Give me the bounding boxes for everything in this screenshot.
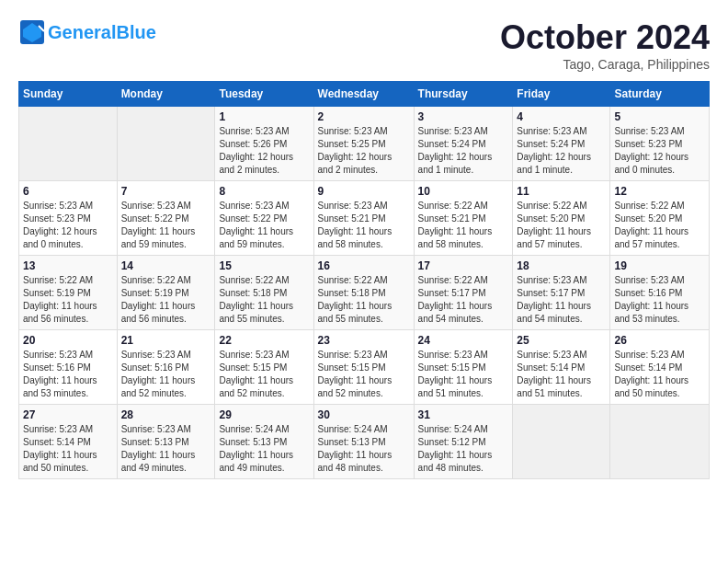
calendar-cell: 30Sunrise: 5:24 AM Sunset: 5:13 PM Dayli… — [313, 405, 414, 479]
calendar-cell: 14Sunrise: 5:22 AM Sunset: 5:19 PM Dayli… — [117, 256, 215, 330]
calendar-cell: 1Sunrise: 5:23 AM Sunset: 5:26 PM Daylig… — [215, 107, 313, 181]
logo-text: GeneralBlue — [48, 22, 156, 43]
logo: GeneralBlue — [18, 18, 156, 46]
day-number: 9 — [318, 185, 410, 198]
calendar-cell: 28Sunrise: 5:23 AM Sunset: 5:13 PM Dayli… — [117, 405, 215, 479]
day-number: 19 — [614, 259, 705, 272]
calendar-cell: 7Sunrise: 5:23 AM Sunset: 5:22 PM Daylig… — [117, 181, 215, 256]
calendar-cell: 19Sunrise: 5:23 AM Sunset: 5:16 PM Dayli… — [610, 256, 710, 330]
day-number: 24 — [418, 334, 509, 347]
day-number: 16 — [318, 259, 410, 272]
page-header: GeneralBlue October 2024 Tago, Caraga, P… — [18, 18, 710, 72]
calendar-cell — [117, 107, 215, 181]
day-number: 21 — [121, 334, 211, 347]
cell-info: Sunrise: 5:22 AM Sunset: 5:19 PM Dayligh… — [23, 274, 113, 326]
calendar-cell: 26Sunrise: 5:23 AM Sunset: 5:14 PM Dayli… — [610, 330, 710, 405]
logo-text-general: General — [48, 22, 116, 42]
cell-info: Sunrise: 5:23 AM Sunset: 5:23 PM Dayligh… — [23, 200, 113, 251]
location: Tago, Caraga, Philippines — [500, 57, 710, 72]
cell-info: Sunrise: 5:24 AM Sunset: 5:12 PM Dayligh… — [418, 423, 509, 475]
day-number: 4 — [517, 110, 606, 123]
day-number: 5 — [614, 110, 705, 123]
calendar-cell: 8Sunrise: 5:23 AM Sunset: 5:22 PM Daylig… — [215, 181, 313, 256]
calendar-cell — [513, 405, 610, 479]
day-number: 10 — [418, 185, 509, 198]
calendar-cell: 27Sunrise: 5:23 AM Sunset: 5:14 PM Dayli… — [19, 405, 118, 479]
day-number: 17 — [418, 259, 509, 272]
calendar-table: SundayMondayTuesdayWednesdayThursdayFrid… — [18, 81, 710, 479]
cell-info: Sunrise: 5:22 AM Sunset: 5:18 PM Dayligh… — [219, 274, 309, 326]
calendar-cell: 15Sunrise: 5:22 AM Sunset: 5:18 PM Dayli… — [215, 256, 313, 330]
day-number: 23 — [318, 334, 410, 347]
cell-info: Sunrise: 5:22 AM Sunset: 5:20 PM Dayligh… — [517, 200, 606, 251]
day-number: 31 — [418, 408, 509, 421]
cell-info: Sunrise: 5:23 AM Sunset: 5:23 PM Dayligh… — [614, 125, 705, 177]
cell-info: Sunrise: 5:23 AM Sunset: 5:13 PM Dayligh… — [121, 423, 211, 475]
cell-info: Sunrise: 5:23 AM Sunset: 5:14 PM Dayligh… — [614, 349, 705, 400]
calendar-cell: 4Sunrise: 5:23 AM Sunset: 5:24 PM Daylig… — [513, 107, 610, 181]
calendar-cell — [19, 107, 118, 181]
column-header-thursday: Thursday — [414, 82, 513, 107]
day-number: 14 — [121, 259, 211, 272]
day-number: 20 — [23, 334, 113, 347]
calendar-cell — [610, 405, 710, 479]
calendar-cell: 6Sunrise: 5:23 AM Sunset: 5:23 PM Daylig… — [19, 181, 118, 256]
cell-info: Sunrise: 5:22 AM Sunset: 5:19 PM Dayligh… — [121, 274, 211, 326]
calendar-cell: 12Sunrise: 5:22 AM Sunset: 5:20 PM Dayli… — [610, 181, 710, 256]
cell-info: Sunrise: 5:22 AM Sunset: 5:18 PM Dayligh… — [318, 274, 410, 326]
day-number: 26 — [614, 334, 705, 347]
day-number: 22 — [219, 334, 309, 347]
calendar-cell: 10Sunrise: 5:22 AM Sunset: 5:21 PM Dayli… — [414, 181, 513, 256]
calendar-week-row: 27Sunrise: 5:23 AM Sunset: 5:14 PM Dayli… — [19, 405, 710, 479]
cell-info: Sunrise: 5:23 AM Sunset: 5:21 PM Dayligh… — [318, 200, 410, 251]
day-number: 15 — [219, 259, 309, 272]
column-header-friday: Friday — [513, 82, 610, 107]
calendar-cell: 3Sunrise: 5:23 AM Sunset: 5:24 PM Daylig… — [414, 107, 513, 181]
day-number: 6 — [23, 185, 113, 198]
cell-info: Sunrise: 5:22 AM Sunset: 5:20 PM Dayligh… — [614, 200, 705, 251]
day-number: 25 — [517, 334, 606, 347]
calendar-week-row: 13Sunrise: 5:22 AM Sunset: 5:19 PM Dayli… — [19, 256, 710, 330]
cell-info: Sunrise: 5:23 AM Sunset: 5:14 PM Dayligh… — [23, 423, 113, 475]
column-header-saturday: Saturday — [610, 82, 710, 107]
cell-info: Sunrise: 5:22 AM Sunset: 5:21 PM Dayligh… — [418, 200, 509, 251]
calendar-week-row: 20Sunrise: 5:23 AM Sunset: 5:16 PM Dayli… — [19, 330, 710, 405]
cell-info: Sunrise: 5:23 AM Sunset: 5:22 PM Dayligh… — [121, 200, 211, 251]
day-number: 13 — [23, 259, 113, 272]
cell-info: Sunrise: 5:23 AM Sunset: 5:25 PM Dayligh… — [318, 125, 410, 177]
cell-info: Sunrise: 5:23 AM Sunset: 5:22 PM Dayligh… — [219, 200, 309, 251]
calendar-week-row: 1Sunrise: 5:23 AM Sunset: 5:26 PM Daylig… — [19, 107, 710, 181]
calendar-cell: 22Sunrise: 5:23 AM Sunset: 5:15 PM Dayli… — [215, 330, 313, 405]
calendar-cell: 17Sunrise: 5:22 AM Sunset: 5:17 PM Dayli… — [414, 256, 513, 330]
cell-info: Sunrise: 5:23 AM Sunset: 5:16 PM Dayligh… — [614, 274, 705, 326]
cell-info: Sunrise: 5:23 AM Sunset: 5:26 PM Dayligh… — [219, 125, 309, 177]
calendar-cell: 23Sunrise: 5:23 AM Sunset: 5:15 PM Dayli… — [313, 330, 414, 405]
calendar-cell: 11Sunrise: 5:22 AM Sunset: 5:20 PM Dayli… — [513, 181, 610, 256]
calendar-cell: 21Sunrise: 5:23 AM Sunset: 5:16 PM Dayli… — [117, 330, 215, 405]
cell-info: Sunrise: 5:24 AM Sunset: 5:13 PM Dayligh… — [318, 423, 410, 475]
calendar-cell: 16Sunrise: 5:22 AM Sunset: 5:18 PM Dayli… — [313, 256, 414, 330]
calendar-cell: 5Sunrise: 5:23 AM Sunset: 5:23 PM Daylig… — [610, 107, 710, 181]
logo-text-blue: Blue — [116, 22, 155, 42]
calendar-cell: 9Sunrise: 5:23 AM Sunset: 5:21 PM Daylig… — [313, 181, 414, 256]
day-number: 12 — [614, 185, 705, 198]
cell-info: Sunrise: 5:23 AM Sunset: 5:24 PM Dayligh… — [517, 125, 606, 177]
cell-info: Sunrise: 5:23 AM Sunset: 5:24 PM Dayligh… — [418, 125, 509, 177]
cell-info: Sunrise: 5:22 AM Sunset: 5:17 PM Dayligh… — [418, 274, 509, 326]
calendar-cell: 29Sunrise: 5:24 AM Sunset: 5:13 PM Dayli… — [215, 405, 313, 479]
cell-info: Sunrise: 5:23 AM Sunset: 5:14 PM Dayligh… — [517, 349, 606, 400]
calendar-cell: 18Sunrise: 5:23 AM Sunset: 5:17 PM Dayli… — [513, 256, 610, 330]
calendar-cell: 31Sunrise: 5:24 AM Sunset: 5:12 PM Dayli… — [414, 405, 513, 479]
calendar-cell: 13Sunrise: 5:22 AM Sunset: 5:19 PM Dayli… — [19, 256, 118, 330]
calendar-header-row: SundayMondayTuesdayWednesdayThursdayFrid… — [19, 82, 710, 107]
column-header-tuesday: Tuesday — [215, 82, 313, 107]
day-number: 30 — [318, 408, 410, 421]
calendar-cell: 2Sunrise: 5:23 AM Sunset: 5:25 PM Daylig… — [313, 107, 414, 181]
day-number: 11 — [517, 185, 606, 198]
cell-info: Sunrise: 5:23 AM Sunset: 5:17 PM Dayligh… — [517, 274, 606, 326]
cell-info: Sunrise: 5:23 AM Sunset: 5:15 PM Dayligh… — [318, 349, 410, 400]
calendar-cell: 25Sunrise: 5:23 AM Sunset: 5:14 PM Dayli… — [513, 330, 610, 405]
day-number: 8 — [219, 185, 309, 198]
calendar-cell: 24Sunrise: 5:23 AM Sunset: 5:15 PM Dayli… — [414, 330, 513, 405]
day-number: 27 — [23, 408, 113, 421]
